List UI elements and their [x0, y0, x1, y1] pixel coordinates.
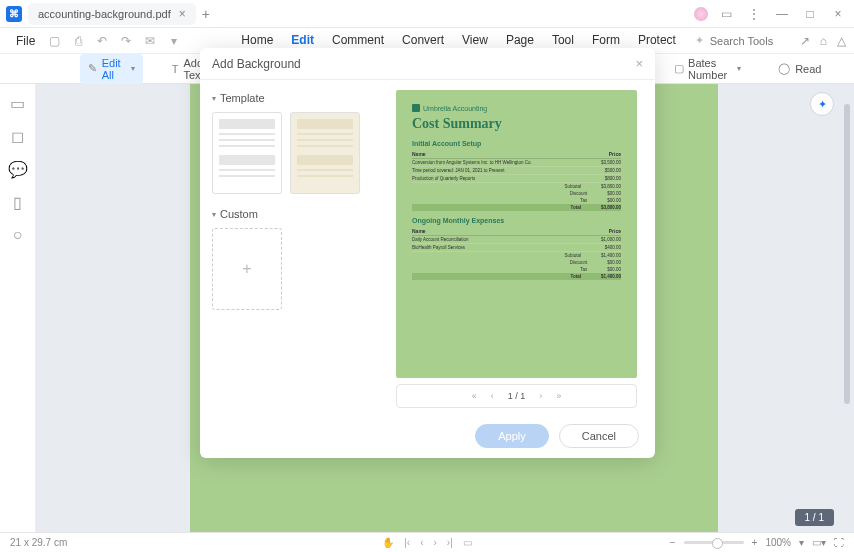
preview-title: Cost Summary	[412, 116, 621, 132]
preview-brand: Umbrella Accounting	[412, 104, 621, 112]
zoom-slider[interactable]	[684, 541, 744, 544]
toggle-icon: ◯	[777, 62, 791, 76]
nav-last-icon[interactable]: ›|	[447, 537, 453, 548]
attachment-icon[interactable]: ▯	[13, 193, 22, 212]
sparkle-icon: ✦	[695, 34, 704, 47]
print-icon[interactable]: ⎙	[71, 34, 85, 48]
pager-next-icon[interactable]: ›	[539, 391, 542, 401]
zoom-in-icon[interactable]: +	[752, 537, 758, 548]
share-icon[interactable]: ↗	[800, 34, 810, 48]
nav-prev-icon[interactable]: ‹	[420, 537, 423, 548]
dialog-title: Add Background	[212, 57, 301, 71]
tab-close-icon[interactable]: ×	[179, 7, 186, 21]
preview-section1-heading: Initial Account Setup	[412, 140, 621, 147]
extension-icon[interactable]: ▭	[716, 4, 736, 24]
cancel-button[interactable]: Cancel	[559, 424, 639, 448]
dialog-close-icon[interactable]: ×	[635, 56, 643, 71]
apply-button[interactable]: Apply	[475, 424, 549, 448]
dialog-preview-pane: Umbrella Accounting Cost Summary Initial…	[378, 80, 655, 414]
vertical-scrollbar[interactable]	[844, 104, 850, 404]
minimize-icon[interactable]: —	[772, 4, 792, 24]
view-mode-icon[interactable]: ▭▾	[812, 537, 826, 548]
page-nav-controls: ✋ |‹ ‹ › ›| ▭	[382, 537, 472, 548]
save-icon[interactable]: ▢	[47, 34, 61, 48]
hand-tool-icon[interactable]: ✋	[382, 537, 394, 548]
ai-assistant-button[interactable]: ✦	[810, 92, 834, 116]
read-toggle[interactable]: ◯ Read	[769, 59, 829, 79]
search-panel-icon[interactable]: ○	[13, 226, 23, 244]
app-logo: ⌘	[6, 6, 22, 22]
pager-last-icon[interactable]: »	[556, 391, 561, 401]
undo-icon[interactable]: ↶	[95, 34, 109, 48]
bates-button[interactable]: ▢ Bates Number ▾	[666, 54, 749, 84]
bookmark-icon[interactable]: ◻	[11, 127, 24, 146]
pager-first-icon[interactable]: «	[472, 391, 477, 401]
template-section-label[interactable]: Template	[212, 92, 366, 104]
dialog-footer: Apply Cancel	[200, 414, 655, 458]
maximize-icon[interactable]: □	[800, 4, 820, 24]
preview-table-1: NamePrice Conversion from Angular System…	[412, 150, 621, 211]
document-tab[interactable]: accounting-background.pdf ×	[28, 3, 196, 25]
nav-first-icon[interactable]: |‹	[404, 537, 410, 548]
chevron-down-icon: ▾	[737, 64, 741, 73]
brand-orb-icon[interactable]	[694, 7, 708, 21]
add-custom-button[interactable]: +	[212, 228, 282, 310]
fit-icon[interactable]: ▭	[463, 537, 472, 548]
template-option-2[interactable]	[290, 112, 360, 194]
redo-icon[interactable]: ↷	[119, 34, 133, 48]
left-rail: ▭ ◻ 💬 ▯ ○	[0, 84, 36, 532]
preview-pager: « ‹ 1 / 1 › »	[396, 384, 637, 408]
template-option-1[interactable]	[212, 112, 282, 194]
custom-section-label[interactable]: Custom	[212, 208, 366, 220]
add-background-dialog: Add Background × Template Custom + Umbre…	[200, 48, 655, 458]
pager-prev-icon[interactable]: ‹	[491, 391, 494, 401]
zoom-dropdown-icon[interactable]: ▾	[799, 537, 804, 548]
preview-table-2: NamePrice Daily Account Reconciliation$1…	[412, 227, 621, 280]
pencil-icon: ✎	[88, 62, 98, 76]
quick-access-toolbar: ▢ ⎙ ↶ ↷ ✉ ▾	[47, 34, 181, 48]
page-dimensions: 21 x 29.7 cm	[10, 537, 67, 548]
dialog-sidebar: Template Custom +	[200, 80, 378, 414]
preview-page: Umbrella Accounting Cost Summary Initial…	[396, 90, 637, 378]
comment-panel-icon[interactable]: 💬	[8, 160, 28, 179]
text-icon: T	[171, 62, 179, 76]
search-input[interactable]	[710, 35, 790, 47]
new-tab-button[interactable]: +	[202, 6, 210, 22]
dialog-header: Add Background ×	[200, 48, 655, 80]
file-menu[interactable]: File	[8, 34, 43, 48]
search-tools[interactable]: ✦	[695, 34, 790, 47]
more-icon[interactable]: ⋮	[744, 4, 764, 24]
preview-section2-heading: Ongoing Monthly Expenses	[412, 217, 621, 224]
zoom-value: 100%	[765, 537, 791, 548]
page-indicator: 1 / 1	[795, 509, 834, 526]
cloud-icon[interactable]: ⌂	[820, 34, 827, 48]
edit-all-button[interactable]: ✎ Edit All ▾	[80, 54, 143, 84]
zoom-out-icon[interactable]: −	[670, 537, 676, 548]
close-icon[interactable]: ×	[828, 4, 848, 24]
nav-next-icon[interactable]: ›	[434, 537, 437, 548]
statusbar: 21 x 29.7 cm ✋ |‹ ‹ › ›| ▭ − + 100% ▾ ▭▾…	[0, 532, 854, 552]
chevron-down-icon: ▾	[131, 64, 135, 73]
sync-icon[interactable]: △	[837, 34, 846, 48]
tab-filename: accounting-background.pdf	[38, 8, 171, 20]
mail-icon[interactable]: ✉	[143, 34, 157, 48]
qat-caret-icon[interactable]: ▾	[167, 34, 181, 48]
bates-icon: ▢	[674, 62, 684, 76]
titlebar: ⌘ accounting-background.pdf × + ▭ ⋮ — □ …	[0, 0, 854, 28]
fullscreen-icon[interactable]: ⛶	[834, 537, 844, 548]
thumbnails-icon[interactable]: ▭	[10, 94, 25, 113]
